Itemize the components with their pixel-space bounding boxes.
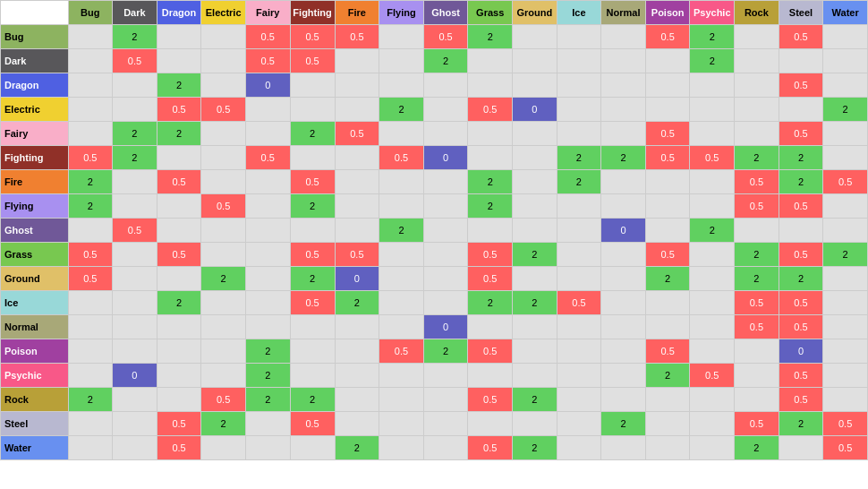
cell-value [113, 436, 157, 460]
table-row: Dark0.50.50.522 [1, 49, 868, 73]
col-header-rock: Rock [735, 1, 779, 25]
cell-value [513, 412, 557, 436]
cell-value [557, 25, 601, 49]
cell-value [379, 412, 424, 436]
cell-value [468, 122, 513, 146]
col-header-normal: Normal [601, 1, 646, 25]
cell-value [690, 412, 735, 436]
row-label: Fairy [1, 122, 69, 146]
cell-value [201, 25, 246, 49]
cell-value [290, 315, 335, 339]
cell-value [68, 412, 113, 436]
cell-value [423, 170, 468, 194]
row-label: Bug [1, 25, 69, 49]
cell-value: 2 [779, 170, 823, 194]
cell-value [113, 388, 157, 412]
cell-value: 0.5 [645, 25, 690, 49]
cell-value [113, 339, 157, 364]
cell-value [690, 315, 735, 339]
cell-value: 2 [245, 388, 290, 412]
cell-value [68, 364, 113, 388]
cell-value [157, 388, 201, 412]
cell-value: 2 [423, 339, 468, 364]
cell-value: 0.5 [335, 25, 379, 49]
cell-value: 0.5 [779, 194, 823, 219]
cell-value [690, 267, 735, 291]
cell-value [735, 219, 779, 243]
cell-value: 0.5 [157, 170, 201, 194]
cell-value: 2 [513, 388, 557, 412]
cell-value [513, 315, 557, 339]
cell-value [823, 339, 868, 364]
cell-value: 0.5 [557, 291, 601, 315]
col-header-fairy: Fairy [245, 1, 290, 25]
cell-value [113, 315, 157, 339]
cell-value: 2 [157, 73, 201, 98]
cell-value: 0 [779, 339, 823, 364]
cell-value [290, 339, 335, 364]
cell-value [513, 339, 557, 364]
cell-value: 2 [690, 25, 735, 49]
cell-value [157, 364, 201, 388]
table-row: Normal00.50.5 [1, 315, 868, 339]
col-header-fighting: Fighting [290, 1, 335, 25]
col-header-ground: Ground [513, 1, 557, 25]
col-header-ghost: Ghost [423, 1, 468, 25]
cell-value: 0.5 [157, 98, 201, 122]
cell-value: 0.5 [735, 412, 779, 436]
cell-value [423, 98, 468, 122]
cell-value: 0.5 [468, 436, 513, 460]
cell-value: 0.5 [113, 49, 157, 73]
cell-value [290, 219, 335, 243]
cell-value [735, 364, 779, 388]
cell-value: 0 [513, 98, 557, 122]
cell-value: 0.5 [468, 267, 513, 291]
cell-value: 0.5 [335, 122, 379, 146]
cell-value [245, 194, 290, 219]
cell-value [513, 219, 557, 243]
cell-value [779, 49, 823, 73]
cell-value [245, 267, 290, 291]
cell-value [823, 291, 868, 315]
cell-value [779, 98, 823, 122]
row-label: Dragon [1, 73, 69, 98]
cell-value [601, 315, 646, 339]
cell-value [335, 364, 379, 388]
cell-value [513, 194, 557, 219]
row-label: Ground [1, 267, 69, 291]
cell-value [68, 122, 113, 146]
cell-value: 0.5 [290, 170, 335, 194]
cell-value: 0.5 [290, 49, 335, 73]
cell-value: 0.5 [157, 243, 201, 267]
cell-value [557, 436, 601, 460]
cell-value [201, 315, 246, 339]
row-label: Rock [1, 388, 69, 412]
cell-value [113, 73, 157, 98]
cell-value [335, 146, 379, 170]
cell-value [335, 194, 379, 219]
cell-value [157, 49, 201, 73]
cell-value: 0.5 [823, 170, 868, 194]
cell-value [423, 194, 468, 219]
cell-value [245, 122, 290, 146]
cell-value: 2 [735, 243, 779, 267]
row-label: Flying [1, 194, 69, 219]
cell-value [157, 194, 201, 219]
cell-value [557, 98, 601, 122]
cell-value [379, 267, 424, 291]
cell-value: 0.5 [201, 98, 246, 122]
cell-value [690, 243, 735, 267]
cell-value [557, 194, 601, 219]
col-header-fire: Fire [335, 1, 379, 25]
cell-value [157, 25, 201, 49]
cell-value [735, 25, 779, 49]
cell-value: 0.5 [735, 194, 779, 219]
table-row: Ice20.52220.50.50.5 [1, 291, 868, 315]
cell-value: 0.5 [735, 170, 779, 194]
cell-value: 2 [645, 267, 690, 291]
cell-value: 0.5 [201, 194, 246, 219]
cell-value: 2 [779, 267, 823, 291]
cell-value [601, 170, 646, 194]
cell-value: 2 [290, 122, 335, 146]
table-row: Poison20.520.50.50 [1, 339, 868, 364]
